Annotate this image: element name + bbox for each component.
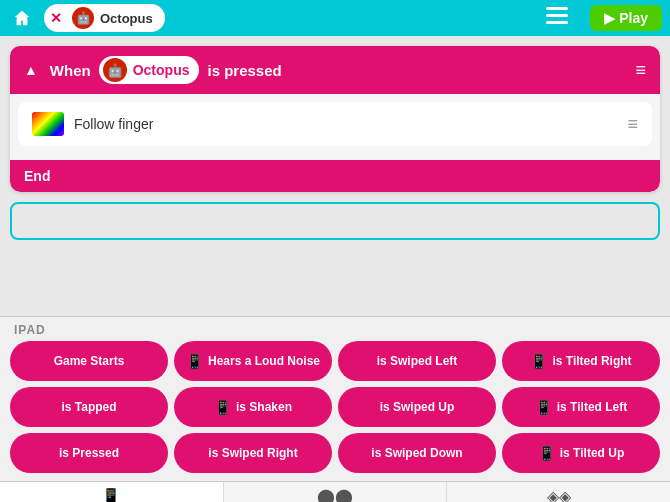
collapse-icon[interactable]: ▲ bbox=[24, 62, 38, 78]
script-header: ▲ When 🤖 Octopus is pressed ≡ bbox=[10, 46, 660, 94]
palette-btn-tapped[interactable]: is Tapped bbox=[10, 387, 168, 427]
tilted-right-icon: 📱 bbox=[530, 353, 547, 370]
pressed-label: is Pressed bbox=[59, 446, 119, 460]
tab-bar-item-conditionals[interactable]: ◈◈Conditionals bbox=[447, 482, 670, 502]
actor-badge[interactable]: 🤖 Octopus bbox=[99, 56, 200, 84]
palette-btn-shaken[interactable]: 📱is Shaken bbox=[174, 387, 332, 427]
action-label: Follow finger bbox=[74, 116, 617, 132]
tab-bar-item-ipad[interactable]: 📱iPad bbox=[0, 482, 224, 502]
palette-btn-tilted-right[interactable]: 📱is Tilted Right bbox=[502, 341, 660, 381]
play-button[interactable]: ▶ Play bbox=[590, 5, 662, 31]
octopus-tab[interactable]: ✕ 🤖 Octopus bbox=[44, 4, 165, 32]
tilted-up-label: is Tilted Up bbox=[560, 446, 624, 460]
palette-section-label: IPAD bbox=[0, 317, 670, 341]
condition-text: is pressed bbox=[207, 62, 281, 79]
palette-btn-pressed[interactable]: is Pressed bbox=[10, 433, 168, 473]
hears-loud-noise-icon: 📱 bbox=[186, 353, 203, 370]
actor-robot-icon: 🤖 bbox=[103, 58, 127, 82]
palette-btn-swiped-right[interactable]: is Swiped Right bbox=[174, 433, 332, 473]
hears-loud-noise-label: Hears a Loud Noise bbox=[208, 354, 320, 368]
tab-close-icon[interactable]: ✕ bbox=[50, 10, 62, 26]
script-panel: ▲ When 🤖 Octopus is pressed ≡ Follow fin… bbox=[10, 46, 660, 192]
tab-name: Octopus bbox=[100, 11, 153, 26]
home-icon[interactable] bbox=[8, 4, 36, 32]
swiped-down-label: is Swiped Down bbox=[371, 446, 462, 460]
editor-area: ▲ When 🤖 Octopus is pressed ≡ Follow fin… bbox=[0, 36, 670, 316]
palette-btn-swiped-up[interactable]: is Swiped Up bbox=[338, 387, 496, 427]
palette-btn-game-starts[interactable]: Game Starts bbox=[10, 341, 168, 381]
new-script-input[interactable] bbox=[10, 202, 660, 240]
action-row: Follow finger ≡ bbox=[18, 102, 652, 146]
top-bar: ✕ 🤖 Octopus ▶ Play bbox=[0, 0, 670, 36]
palette-grid: Game Starts📱Hears a Loud Noiseis Swiped … bbox=[0, 341, 670, 481]
tilted-up-icon: 📱 bbox=[538, 445, 555, 462]
action-rainbow-icon bbox=[32, 112, 64, 136]
tab-bar: 📱iPad⬤⬤Collisions◈◈Conditionals bbox=[0, 481, 670, 502]
tab-area: ✕ 🤖 Octopus bbox=[44, 4, 165, 32]
palette-btn-tilted-left[interactable]: 📱is Tilted Left bbox=[502, 387, 660, 427]
palette-btn-swiped-down[interactable]: is Swiped Down bbox=[338, 433, 496, 473]
game-starts-label: Game Starts bbox=[54, 354, 125, 368]
shaken-icon: 📱 bbox=[214, 399, 231, 416]
top-menu-icon[interactable] bbox=[546, 7, 568, 30]
action-menu-icon[interactable]: ≡ bbox=[627, 114, 638, 135]
tab-bar-item-collisions[interactable]: ⬤⬤Collisions bbox=[224, 482, 448, 502]
collisions-tab-icon: ⬤⬤ bbox=[317, 487, 353, 502]
tilted-right-label: is Tilted Right bbox=[552, 354, 631, 368]
swiped-up-label: is Swiped Up bbox=[380, 400, 455, 414]
shaken-label: is Shaken bbox=[236, 400, 292, 414]
palette-area: IPAD Game Starts📱Hears a Loud Noiseis Sw… bbox=[0, 316, 670, 481]
script-header-menu-icon[interactable]: ≡ bbox=[635, 60, 646, 81]
svg-rect-2 bbox=[546, 21, 568, 24]
conditionals-tab-icon: ◈◈ bbox=[547, 487, 571, 502]
when-label: When bbox=[50, 62, 91, 79]
svg-rect-1 bbox=[546, 14, 568, 17]
palette-btn-tilted-up[interactable]: 📱is Tilted Up bbox=[502, 433, 660, 473]
tilted-left-icon: 📱 bbox=[535, 399, 552, 416]
octopus-robot-icon: 🤖 bbox=[72, 7, 94, 29]
svg-rect-0 bbox=[546, 7, 568, 10]
end-bar: End bbox=[10, 160, 660, 192]
actor-name: Octopus bbox=[133, 62, 190, 78]
tapped-label: is Tapped bbox=[61, 400, 116, 414]
ipad-tab-icon: 📱 bbox=[101, 487, 121, 502]
tilted-left-label: is Tilted Left bbox=[557, 400, 627, 414]
palette-btn-swiped-left[interactable]: is Swiped Left bbox=[338, 341, 496, 381]
swiped-right-label: is Swiped Right bbox=[208, 446, 297, 460]
palette-btn-hears-loud-noise[interactable]: 📱Hears a Loud Noise bbox=[174, 341, 332, 381]
swiped-left-label: is Swiped Left bbox=[377, 354, 458, 368]
script-body: Follow finger ≡ bbox=[10, 94, 660, 160]
